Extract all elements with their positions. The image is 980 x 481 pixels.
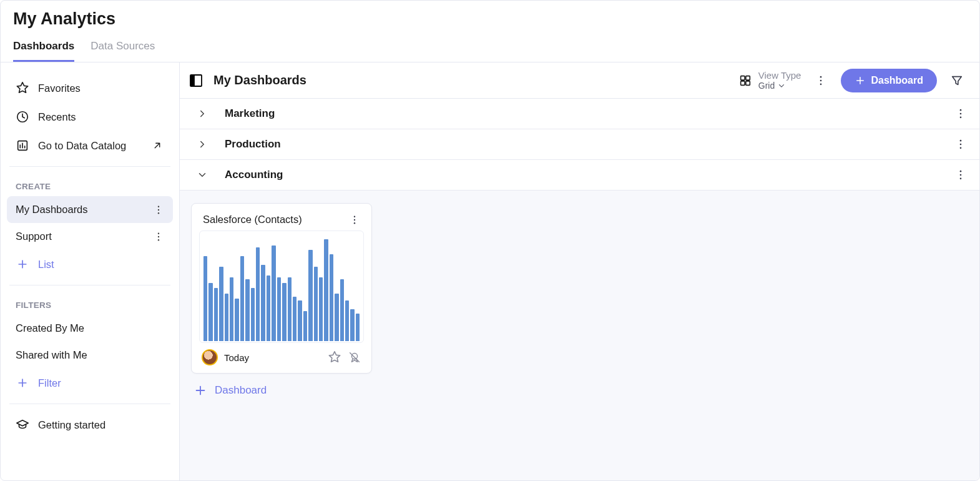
sidebar-item-label: Created By Me	[16, 322, 84, 334]
clock-icon	[16, 110, 29, 124]
sidebar-item-favorites[interactable]: Favorites	[7, 74, 173, 102]
kebab-icon[interactable]	[153, 231, 164, 242]
sidebar-item-my-dashboards[interactable]: My Dashboards	[7, 196, 173, 223]
sidebar-item-recents[interactable]: Recents	[7, 102, 173, 131]
page-title: My Analytics	[13, 9, 967, 29]
add-dashboard-label: Dashboard	[215, 384, 267, 397]
sidebar-item-label: Recents	[38, 111, 76, 123]
card-chart	[199, 231, 364, 343]
chevron-right-icon	[196, 107, 208, 120]
dashboard-card[interactable]: Salesforce (Contacts) Today	[191, 203, 372, 374]
chart-bar	[272, 245, 275, 341]
chart-bar	[277, 277, 281, 341]
toolbar: My Dashboards View Type Grid Dashb	[180, 62, 979, 99]
group-name: Production	[225, 138, 281, 151]
sidebar-item-getting-started[interactable]: Getting started	[7, 410, 173, 439]
group-body-accounting: Salesforce (Contacts) Today Dashboard	[180, 191, 979, 414]
chart-bar	[251, 288, 255, 341]
chart-bar	[235, 299, 238, 341]
plus-icon	[855, 75, 866, 86]
chart-bar	[350, 309, 354, 341]
new-dashboard-label: Dashboard	[871, 75, 923, 86]
chart-bar	[324, 239, 328, 341]
sidebar-section-create: CREATE	[7, 173, 173, 196]
divider	[9, 404, 170, 404]
group-header-marketing[interactable]: Marketing	[180, 99, 979, 129]
chart-bar	[308, 250, 312, 341]
toolbar-menu-button[interactable]	[811, 71, 831, 91]
sidebar-item-label: My Dashboards	[16, 204, 88, 216]
sidebar-item-created-by-me[interactable]: Created By Me	[7, 315, 173, 342]
sidebar-section-filters: FILTERS	[7, 292, 173, 315]
chart-bar	[261, 265, 265, 341]
chevron-down-icon	[196, 169, 208, 181]
chart-bar	[356, 314, 360, 341]
collapse-sidebar-icon[interactable]	[189, 73, 203, 88]
sidebar-add-list[interactable]: List	[7, 250, 173, 279]
plus-icon	[16, 376, 29, 390]
sidebar-item-data-catalog[interactable]: Go to Data Catalog	[7, 131, 173, 160]
star-icon[interactable]	[328, 350, 341, 364]
star-icon	[16, 81, 29, 95]
chart-bar	[245, 279, 249, 341]
new-dashboard-button[interactable]: Dashboard	[841, 69, 937, 92]
sidebar-item-label: Support	[16, 231, 52, 242]
kebab-icon[interactable]	[954, 169, 967, 181]
certification-off-icon[interactable]	[348, 350, 361, 364]
sidebar-item-support[interactable]: Support	[7, 223, 173, 250]
chart-bar	[345, 300, 349, 341]
sidebar-item-shared-with-me[interactable]: Shared with Me	[7, 342, 173, 369]
view-type-selector[interactable]: View Type Grid	[738, 70, 801, 91]
sidebar: Favorites Recents Go to Data Catalog CRE…	[1, 62, 180, 480]
plus-icon	[194, 384, 207, 397]
tab-dashboards[interactable]: Dashboards	[13, 40, 74, 62]
group-header-production[interactable]: Production	[180, 129, 979, 160]
card-title: Salesforce (Contacts)	[203, 214, 302, 226]
chart-bar	[208, 283, 212, 342]
card-date: Today	[224, 352, 249, 363]
chart-bar	[298, 300, 301, 341]
tab-data-sources[interactable]: Data Sources	[91, 40, 155, 62]
divider	[9, 166, 170, 167]
chart-bar	[282, 283, 286, 342]
chart-bar	[219, 267, 223, 341]
external-link-icon	[150, 139, 164, 152]
chart-bar	[319, 277, 323, 341]
sidebar-item-label: Favorites	[38, 82, 81, 94]
group-header-accounting[interactable]: Accounting	[180, 160, 979, 191]
tabs: Dashboards Data Sources	[13, 40, 967, 62]
filter-button[interactable]	[947, 71, 967, 91]
group-name: Marketing	[225, 107, 275, 120]
kebab-icon[interactable]	[349, 214, 360, 226]
chart-bar	[288, 277, 292, 341]
chart-bar	[314, 267, 318, 341]
chart-bar	[203, 256, 207, 341]
chart-bar	[214, 288, 218, 341]
kebab-icon[interactable]	[153, 204, 164, 216]
sidebar-item-label: Filter	[38, 377, 61, 389]
view-type-label: View Type	[758, 70, 801, 81]
chart-bar	[293, 297, 296, 341]
gradcap-icon	[16, 418, 29, 432]
chart-bar	[267, 275, 270, 341]
divider	[9, 285, 170, 285]
kebab-icon[interactable]	[954, 138, 967, 151]
main-panel: My Dashboards View Type Grid Dashb	[180, 62, 979, 480]
plus-icon	[16, 257, 29, 271]
add-dashboard-button[interactable]: Dashboard	[191, 374, 269, 407]
catalog-icon	[16, 139, 29, 152]
avatar	[202, 349, 218, 365]
view-type-value: Grid	[758, 81, 775, 91]
chart-bar	[330, 254, 333, 341]
sidebar-add-filter[interactable]: Filter	[7, 369, 173, 397]
chevron-down-icon	[777, 81, 786, 90]
content-title: My Dashboards	[213, 73, 306, 87]
chevron-right-icon	[196, 138, 208, 151]
sidebar-item-label: List	[38, 259, 54, 270]
group-name: Accounting	[225, 169, 283, 181]
grid-icon	[738, 74, 752, 87]
chart-bar	[256, 247, 260, 341]
chart-bar	[240, 256, 244, 341]
sidebar-item-label: Go to Data Catalog	[38, 140, 126, 152]
kebab-icon[interactable]	[954, 107, 967, 120]
